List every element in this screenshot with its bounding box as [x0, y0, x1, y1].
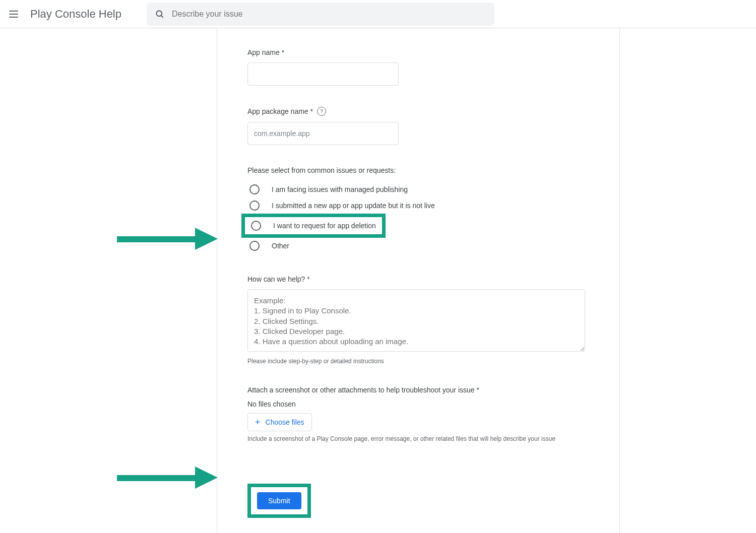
app-package-input[interactable]	[247, 122, 399, 145]
field-help: How can we help? * Please include step-b…	[247, 275, 589, 365]
search-input[interactable]	[172, 10, 486, 19]
svg-rect-2	[117, 236, 198, 242]
help-textarea[interactable]	[247, 289, 585, 352]
page-title: Play Console Help	[30, 8, 121, 21]
attach-label: Attach a screenshot or other attachments…	[247, 386, 589, 394]
search-icon	[155, 9, 165, 19]
menu-icon[interactable]	[8, 8, 20, 20]
radio-label: I am facing issues with managed publishi…	[272, 185, 408, 193]
radio-option-app-deletion[interactable]: I want to request for app deletion	[249, 220, 378, 232]
choose-files-label: Choose files	[266, 418, 304, 426]
svg-line-1	[161, 15, 163, 17]
svg-marker-5	[195, 467, 218, 489]
radio-label: Other	[272, 242, 289, 250]
highlighted-option: I want to request for app deletion	[241, 214, 386, 238]
app-name-label: App name *	[247, 48, 589, 56]
app-package-label-text: App package name *	[247, 107, 313, 115]
choose-files-button[interactable]: + Choose files	[247, 413, 312, 431]
file-status: No files chosen	[247, 400, 589, 408]
radio-option-other[interactable]: Other	[247, 238, 589, 254]
radio-label: I submitted a new app or app update but …	[272, 202, 435, 210]
annotation-arrow-icon	[117, 228, 218, 250]
svg-point-0	[156, 11, 162, 16]
radio-option-not-live[interactable]: I submitted a new app or app update but …	[247, 197, 589, 214]
radio-label: I want to request for app deletion	[273, 222, 376, 230]
radio-icon	[249, 201, 260, 211]
main-container: App name * App package name * ? Please s…	[0, 28, 756, 533]
plus-icon: +	[255, 418, 261, 427]
field-app-name: App name *	[247, 48, 589, 86]
svg-rect-4	[117, 475, 198, 481]
app-name-input[interactable]	[247, 62, 399, 86]
field-issues: Please select from common issues or requ…	[247, 166, 589, 254]
header: Play Console Help	[0, 0, 756, 28]
submit-button[interactable]: Submit	[257, 492, 301, 509]
issues-label: Please select from common issues or requ…	[247, 166, 589, 174]
annotation-arrow-icon	[117, 467, 218, 489]
attach-hint: Include a screenshot of a Play Console p…	[247, 435, 589, 442]
radio-option-managed-publishing[interactable]: I am facing issues with managed publishi…	[247, 181, 589, 197]
app-package-label: App package name * ?	[247, 107, 589, 116]
radio-icon	[251, 221, 261, 231]
field-attachments: Attach a screenshot or other attachments…	[247, 386, 589, 442]
radio-group: I am facing issues with managed publishi…	[247, 181, 589, 254]
radio-icon	[249, 241, 260, 251]
help-icon[interactable]: ?	[317, 107, 326, 116]
form-panel: App name * App package name * ? Please s…	[217, 28, 620, 533]
radio-icon	[249, 184, 260, 194]
submit-highlight: Submit	[247, 484, 311, 518]
help-hint: Please include step-by-step or detailed …	[247, 358, 589, 365]
help-label: How can we help? *	[247, 275, 589, 283]
search-box[interactable]	[147, 3, 494, 26]
svg-marker-3	[195, 228, 218, 250]
field-app-package: App package name * ?	[247, 107, 589, 145]
